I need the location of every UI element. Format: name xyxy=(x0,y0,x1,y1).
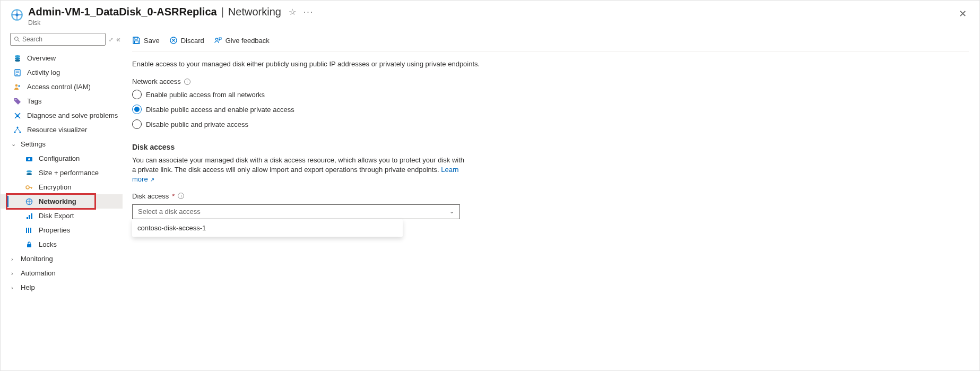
chevron-right-icon: › xyxy=(11,284,18,291)
svg-rect-27 xyxy=(26,228,27,233)
svg-rect-26 xyxy=(31,213,32,219)
svg-point-4 xyxy=(15,55,20,57)
radio-circle-icon xyxy=(132,105,142,114)
svg-point-34 xyxy=(215,38,218,40)
nav-size-performance[interactable]: Size + performance xyxy=(1,166,123,180)
lock-icon xyxy=(25,240,33,249)
network-access-label: Network access i xyxy=(132,77,969,85)
chevron-right-icon: › xyxy=(11,270,18,277)
radio-circle-icon xyxy=(132,119,142,129)
favorite-star-icon[interactable]: ☆ xyxy=(289,7,296,17)
nav-properties[interactable]: Properties xyxy=(1,223,123,237)
sidebar-search-box[interactable] xyxy=(10,33,106,46)
sidebar: ⤢ « Overview Activity log Access control… xyxy=(1,31,123,370)
svg-point-15 xyxy=(16,126,18,128)
gear-box-icon xyxy=(25,154,33,163)
export-icon xyxy=(25,212,33,220)
svg-rect-29 xyxy=(30,228,31,233)
info-icon[interactable]: i xyxy=(178,193,184,199)
chevron-down-icon: ⌄ xyxy=(11,141,18,148)
feedback-icon xyxy=(214,36,222,45)
nav-resource-visualizer[interactable]: Resource visualizer xyxy=(1,123,123,137)
select-option[interactable]: contoso-disk-access-1 xyxy=(132,219,403,237)
radio-enable-public[interactable]: Enable public access from all networks xyxy=(132,90,969,99)
svg-rect-28 xyxy=(28,228,29,233)
svg-rect-24 xyxy=(27,217,28,219)
svg-point-22 xyxy=(26,186,29,189)
svg-line-3 xyxy=(18,40,20,42)
svg-rect-30 xyxy=(27,244,31,247)
discard-icon xyxy=(169,36,178,45)
blade-name: Networking xyxy=(228,6,281,18)
disk-access-description: You can associate your managed disk with… xyxy=(132,156,466,185)
more-actions-icon[interactable]: ··· xyxy=(303,7,314,17)
nav-disk-export[interactable]: Disk Export xyxy=(1,209,123,223)
intro-text: Enable access to your managed disk eithe… xyxy=(132,51,969,77)
diagnose-icon xyxy=(13,111,22,120)
nav-configuration[interactable]: Configuration xyxy=(1,151,123,166)
disk-resource-icon xyxy=(10,8,24,22)
svg-point-21 xyxy=(27,173,32,175)
log-icon xyxy=(13,68,22,77)
close-icon[interactable]: ✕ xyxy=(955,6,971,22)
main-content: Save Discard Give feedback Enable access… xyxy=(123,31,979,370)
select-placeholder: Select a disk access xyxy=(138,208,201,215)
svg-point-19 xyxy=(28,158,30,160)
external-link-icon: ↗ xyxy=(149,177,155,183)
svg-point-14 xyxy=(16,114,19,116)
radio-disable-public-enable-private[interactable]: Disable public access and enable private… xyxy=(132,105,969,114)
nav-networking[interactable]: Networking xyxy=(1,194,123,209)
svg-rect-32 xyxy=(135,41,138,44)
nav-access-control[interactable]: Access control (IAM) xyxy=(1,80,123,94)
nav-activity-log[interactable]: Activity log xyxy=(1,65,123,80)
nav-group-settings[interactable]: ⌄ Settings xyxy=(1,137,123,151)
resource-type-label: Disk xyxy=(28,19,955,27)
nav-overview[interactable]: Overview xyxy=(1,51,123,65)
required-asterisk: * xyxy=(172,192,175,200)
properties-icon xyxy=(25,226,33,235)
disk-access-title: Disk access xyxy=(132,143,969,151)
svg-point-12 xyxy=(18,85,20,87)
svg-rect-25 xyxy=(29,215,30,219)
nav-group-monitoring[interactable]: › Monitoring xyxy=(1,252,123,266)
search-icon xyxy=(14,36,20,42)
svg-point-20 xyxy=(27,170,32,172)
svg-rect-31 xyxy=(135,37,137,39)
discard-button[interactable]: Discard xyxy=(169,36,204,45)
disk-stack-icon xyxy=(25,169,33,177)
visualizer-icon xyxy=(13,126,22,134)
nav-encryption[interactable]: Encryption xyxy=(1,180,123,194)
save-button[interactable]: Save xyxy=(132,36,160,45)
svg-point-11 xyxy=(15,84,18,87)
radio-disable-all[interactable]: Disable public and private access xyxy=(132,119,969,129)
nav-group-automation[interactable]: › Automation xyxy=(1,266,123,280)
svg-point-1 xyxy=(15,13,18,16)
network-icon xyxy=(25,197,33,206)
save-icon xyxy=(132,36,141,45)
disk-access-select[interactable]: Select a disk access ⌄ xyxy=(132,204,460,219)
network-access-radio-group: Enable public access from all networks D… xyxy=(132,90,969,129)
svg-point-13 xyxy=(15,99,16,100)
sidebar-search-input[interactable] xyxy=(22,36,102,43)
svg-point-6 xyxy=(15,59,20,62)
svg-point-2 xyxy=(15,37,19,41)
nav-group-help[interactable]: › Help xyxy=(1,280,123,295)
collapse-sidebar-icon[interactable]: « xyxy=(116,35,120,44)
disk-access-dropdown: contoso-disk-access-1 xyxy=(132,219,403,237)
expand-icon[interactable]: ⤢ xyxy=(109,37,113,42)
chevron-right-icon: › xyxy=(11,256,18,262)
radio-circle-icon xyxy=(132,90,142,99)
nav-tags[interactable]: Tags xyxy=(1,94,123,108)
disk-access-field-label: Disk access * i xyxy=(132,192,969,200)
nav-locks[interactable]: Locks xyxy=(1,237,123,252)
title-separator: | xyxy=(221,6,224,18)
command-bar: Save Discard Give feedback xyxy=(132,31,969,51)
feedback-button[interactable]: Give feedback xyxy=(214,36,270,45)
chevron-down-icon: ⌄ xyxy=(449,208,454,215)
access-icon xyxy=(13,83,22,91)
disk-stack-icon xyxy=(13,54,22,63)
svg-point-5 xyxy=(15,57,20,59)
info-icon[interactable]: i xyxy=(184,79,190,85)
resource-name: Admin-VM-1_DataDisk_0-ASRReplica xyxy=(28,6,217,18)
nav-diagnose[interactable]: Diagnose and solve problems xyxy=(1,108,123,123)
